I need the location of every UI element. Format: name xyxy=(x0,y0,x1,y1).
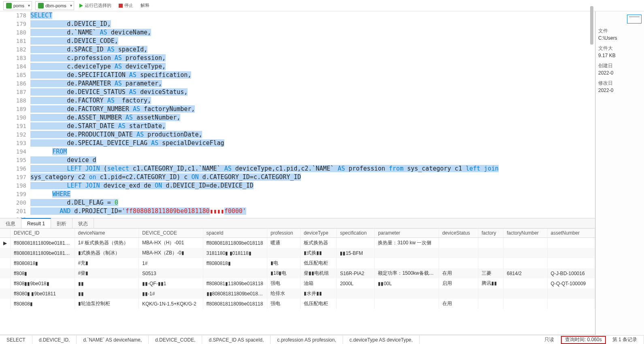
tab-信息[interactable]: 信息 xyxy=(0,218,21,228)
tab-剖析[interactable]: 剖析 xyxy=(51,218,73,228)
status-sql-fragment: d.`NAME` AS deviceName, xyxy=(77,335,149,344)
top-toolbar: poms dbm-poms 运行已选择的 停止 解释 xyxy=(0,0,644,11)
status-sql-fragment: d.SPACE_ID AS spaceId, xyxy=(202,335,271,344)
run-button[interactable]: 运行已选择的 xyxy=(77,2,113,9)
created-label: 创建日 xyxy=(598,62,642,69)
tab-状态[interactable]: 状态 xyxy=(73,218,94,228)
sql-editor[interactable]: 1781791801811821831841851861871881891901… xyxy=(0,11,595,218)
status-sql-fragment: c.deviceType AS deviceType, xyxy=(343,335,420,344)
line-gutter: 1781791801811821831841851861871881891901… xyxy=(0,11,30,218)
stop-button[interactable]: 停止 xyxy=(117,2,135,9)
status-sql-fragment: d.DEVICE_CODE, xyxy=(149,335,202,344)
editor-scrollbar[interactable] xyxy=(590,6,593,45)
table-row[interactable]: ff8080818▮#充▮1#ff8080818▮▮电低压配电柜 xyxy=(0,258,595,268)
col-factoryNumber[interactable]: factoryNumber xyxy=(503,229,547,238)
col-factory[interactable]: factory xyxy=(478,229,503,238)
result-grid[interactable]: DEVICE_IDdeviceNameDEVICE_CODEspaceIdpro… xyxy=(0,229,595,309)
file-label: 文件 xyxy=(598,28,642,34)
result-tabs: 信息Result 1剖析状态 xyxy=(0,218,595,229)
file-value: C:\Users xyxy=(598,35,642,41)
query-time: 查询时间: 0.060s xyxy=(561,336,606,344)
explain-button[interactable]: 解释 xyxy=(139,2,151,9)
status-sql-fragment: c.profession AS profession, xyxy=(271,335,343,344)
table-row[interactable]: ff808081811809be0181181▮式换热器（制冰）MBA-HX（Z… xyxy=(0,248,595,258)
table-row[interactable]: ff808▮#柴▮S0513▮18▮电柴▮▮电机组S16R-PIA2额定功率：1… xyxy=(0,268,595,278)
col-DEVICE_CODE[interactable]: DEVICE_CODE xyxy=(139,229,203,238)
size-label: 文件大 xyxy=(598,45,642,52)
table-row[interactable]: ff8080▮ ▮9be01811▮▮▮▮-1#▮▮808081811809be… xyxy=(0,288,595,299)
record-position: 第 1 条记录 xyxy=(606,335,644,344)
col-DEVICE_ID[interactable]: DEVICE_ID xyxy=(11,229,75,238)
stop-icon xyxy=(119,4,123,8)
col-profession[interactable]: profession xyxy=(267,229,301,238)
readonly-status: 只读 xyxy=(538,335,561,344)
table-row[interactable]: ▶ff808081811809be01811811# 板式换热器（供热）MBA-… xyxy=(0,238,595,248)
database-combo[interactable]: dbm-poms xyxy=(35,1,74,10)
status-sql-fragment: SELECT xyxy=(0,335,32,344)
table-row[interactable]: ff80808▮▮轮油泵控制柜KQK/G-1N-1.5+KQK/G-2ff808… xyxy=(0,299,595,309)
play-icon xyxy=(79,4,83,8)
created-value: 2022-0 xyxy=(598,70,642,76)
modified-value: 2022-0 xyxy=(598,88,642,93)
col-deviceName[interactable]: deviceName xyxy=(75,229,139,238)
col-deviceType[interactable]: deviceType xyxy=(300,229,336,238)
col-parameter[interactable]: parameter xyxy=(375,229,439,238)
col-specification[interactable]: specification xyxy=(337,229,375,238)
code-lines[interactable]: SELECT d.DEVICE_ID, d.`NAME` AS deviceNa… xyxy=(30,11,595,218)
col-ptr[interactable] xyxy=(0,229,11,238)
col-spaceId[interactable]: spaceId xyxy=(203,229,267,238)
table-icon xyxy=(627,15,642,24)
col-assetNumber[interactable]: assetNumber xyxy=(547,229,595,238)
grid-header-row: DEVICE_IDdeviceNameDEVICE_CODEspaceIdpro… xyxy=(0,229,595,238)
size-value: 9.17 KB xyxy=(598,53,642,58)
modified-label: 修改日 xyxy=(598,80,642,87)
status-bar: SELECTd.DEVICE_ID,d.`NAME` AS deviceName… xyxy=(0,335,644,344)
file-info-panel: 文件 C:\Users 文件大 9.17 KB 创建日 2022-0 修改日 2… xyxy=(595,11,644,344)
tab-Result 1[interactable]: Result 1 xyxy=(21,218,51,228)
table-row[interactable]: ff808▮▮9be018▮▮▮▮▮-QF-▮▮1ff808081▮11809b… xyxy=(0,278,595,288)
col-deviceStatus[interactable]: deviceStatus xyxy=(439,229,478,238)
status-sql-fragment: d.DEVICE_ID, xyxy=(32,335,77,344)
result-grid-wrap[interactable]: DEVICE_IDdeviceNameDEVICE_CODEspaceIdpro… xyxy=(0,229,595,334)
connection-combo[interactable]: poms xyxy=(3,1,32,10)
